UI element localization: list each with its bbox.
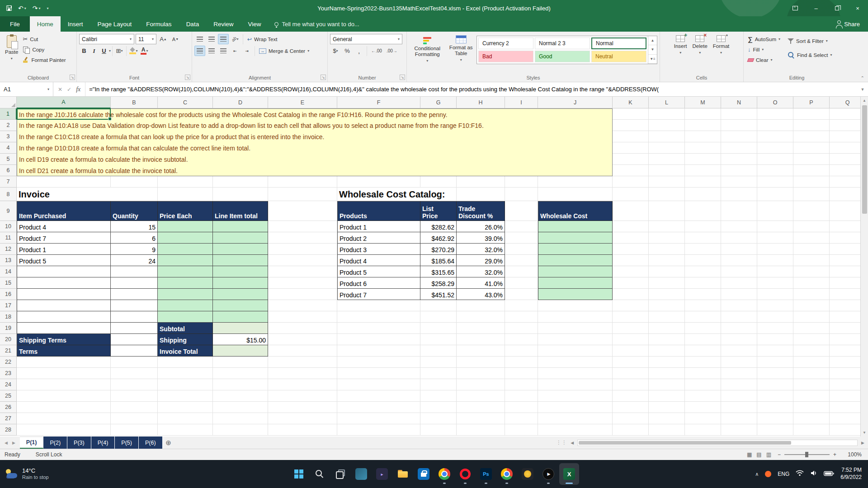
wifi-icon[interactable]	[796, 470, 804, 478]
taskbar-weather-widget[interactable]: 14°C Rain to stop	[0, 467, 49, 481]
vertical-scroll-thumb[interactable]	[862, 105, 867, 214]
cell-K22[interactable]	[613, 357, 649, 368]
taskbar-start-button[interactable]	[289, 463, 309, 485]
page-break-view-button[interactable]: ▥	[766, 451, 771, 458]
row-header-5[interactable]: 5	[0, 154, 17, 165]
cell-M23[interactable]	[685, 368, 721, 379]
cell-Q27[interactable]	[830, 413, 860, 424]
column-header-C[interactable]: C	[158, 97, 213, 108]
cell-F7[interactable]	[337, 176, 420, 188]
comma-style-button[interactable]: ,	[354, 46, 364, 56]
cell-Q8[interactable]	[830, 188, 860, 201]
customize-qat-button[interactable]: ▾	[47, 6, 49, 10]
cell-G10[interactable]: $282.62	[420, 221, 457, 232]
percent-style-button[interactable]: %	[342, 46, 353, 56]
cell-Q4[interactable]	[830, 142, 860, 154]
cell-L16[interactable]	[649, 289, 685, 300]
font-size-combo[interactable]: 11▾	[136, 34, 156, 44]
horizontal-scroll-track[interactable]	[577, 440, 858, 446]
cell-M6[interactable]	[685, 165, 721, 176]
cell-M20[interactable]	[685, 334, 721, 345]
cell-D17[interactable]	[213, 300, 268, 311]
chevron-down-icon[interactable]: ▾	[109, 49, 111, 53]
cell-L23[interactable]	[649, 368, 685, 379]
cell-P11[interactable]	[793, 232, 830, 244]
cell-L6[interactable]	[649, 165, 685, 176]
taskbar-cortana-button[interactable]	[518, 463, 538, 485]
cell-Q6[interactable]	[830, 165, 860, 176]
cell-I28[interactable]	[505, 424, 538, 436]
cell-O8[interactable]	[757, 188, 793, 201]
row-header-17[interactable]: 17	[0, 300, 17, 311]
cell-A3[interactable]: In the range C10:C18 create a formula th…	[17, 131, 613, 142]
cell-H11[interactable]: 39.0%	[457, 232, 505, 244]
taskbar-movies-tv-button[interactable]: ▸	[372, 463, 392, 485]
cell-D12[interactable]	[213, 244, 268, 255]
ribbon-display-options-button[interactable]	[785, 0, 806, 16]
cell-N25[interactable]	[721, 390, 757, 402]
cell-C8[interactable]	[158, 188, 213, 201]
cell-P25[interactable]	[793, 390, 830, 402]
find-select-button[interactable]: Find & Select▾	[786, 50, 834, 60]
cell-J14[interactable]	[538, 266, 613, 277]
cell-D26[interactable]	[213, 402, 268, 413]
cell-A28[interactable]	[17, 424, 111, 436]
cell-A25[interactable]	[17, 390, 111, 402]
paste-button[interactable]: Paste ▾	[2, 33, 21, 61]
cell-G24[interactable]	[420, 379, 457, 390]
fill-color-button[interactable]: ▾	[128, 46, 139, 56]
cell-O20[interactable]	[757, 334, 793, 345]
cell-Q2[interactable]	[830, 120, 860, 131]
cell-D24[interactable]	[213, 379, 268, 390]
cell-K1[interactable]	[613, 108, 649, 120]
opera-tray-icon[interactable]	[765, 471, 771, 477]
cell-J10[interactable]	[538, 221, 613, 232]
cell-E28[interactable]	[268, 424, 337, 436]
cell-F28[interactable]	[337, 424, 420, 436]
cell-I13[interactable]	[505, 255, 538, 266]
cell-D19[interactable]	[213, 323, 268, 334]
ribbon-tab-formulas[interactable]: Formulas	[139, 16, 179, 32]
copy-button[interactable]: Copy	[21, 44, 67, 55]
cell-F8[interactable]: Wholesale Cost Catalog:	[337, 188, 420, 201]
clear-button[interactable]: Clear▾	[746, 55, 782, 65]
volume-icon[interactable]	[810, 470, 817, 478]
cell-I16[interactable]	[505, 289, 538, 300]
cell-J7[interactable]	[538, 176, 613, 188]
cell-H7[interactable]	[457, 176, 505, 188]
cell-B18[interactable]	[111, 311, 158, 323]
cell-O27[interactable]	[757, 413, 793, 424]
cell-A1[interactable]: In the range J10:J16 calculate the whole…	[17, 108, 613, 120]
cell-O3[interactable]	[757, 131, 793, 142]
cell-I27[interactable]	[505, 413, 538, 424]
cell-style-bad[interactable]: Bad	[478, 51, 533, 62]
cell-I10[interactable]	[505, 221, 538, 232]
cell-D15[interactable]	[213, 277, 268, 289]
cell-O12[interactable]	[757, 244, 793, 255]
cell-O14[interactable]	[757, 266, 793, 277]
number-dialog-launcher[interactable]: ↘	[400, 75, 405, 80]
cell-B14[interactable]	[111, 266, 158, 277]
cell-G25[interactable]	[420, 390, 457, 402]
cell-P13[interactable]	[793, 255, 830, 266]
cell-style-normal-2-3[interactable]: Normal 2 3	[535, 38, 590, 49]
cell-C13[interactable]	[158, 255, 213, 266]
zoom-slider[interactable]	[784, 454, 830, 455]
cell-J13[interactable]	[538, 255, 613, 266]
cell-Q14[interactable]	[830, 266, 860, 277]
cell-E21[interactable]	[268, 345, 337, 357]
cell-M27[interactable]	[685, 413, 721, 424]
cell-N21[interactable]	[721, 345, 757, 357]
cell-N24[interactable]	[721, 379, 757, 390]
cell-O25[interactable]	[757, 390, 793, 402]
cell-E22[interactable]	[268, 357, 337, 368]
row-header-4[interactable]: 4	[0, 142, 17, 154]
cell-L5[interactable]	[649, 154, 685, 165]
cell-E18[interactable]	[268, 311, 337, 323]
cell-Q12[interactable]	[830, 244, 860, 255]
cell-M25[interactable]	[685, 390, 721, 402]
borders-button[interactable]: ⊞▾	[114, 46, 125, 56]
next-sheet-button[interactable]: ▶	[12, 441, 15, 445]
cell-E26[interactable]	[268, 402, 337, 413]
cancel-entry-icon[interactable]: ✕	[58, 86, 62, 93]
